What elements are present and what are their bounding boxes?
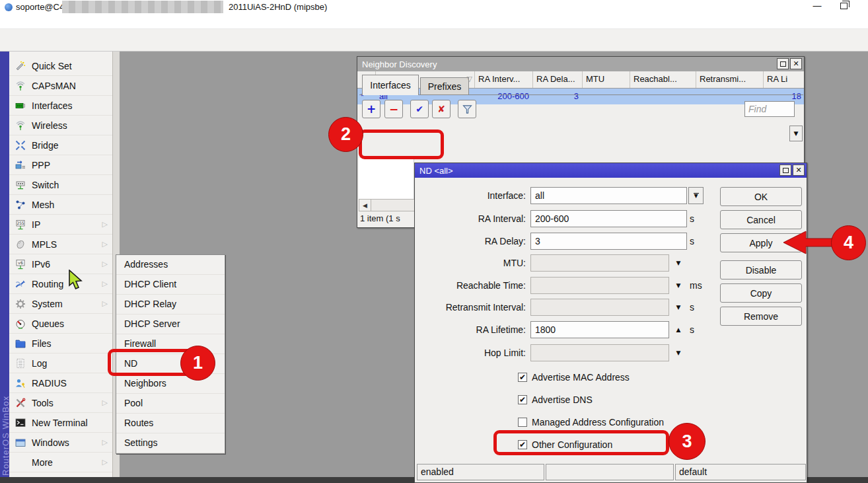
column-header-ra-delay[interactable]: RA Dela... bbox=[533, 71, 583, 88]
sidebar-item-ppp[interactable]: PPP bbox=[9, 155, 112, 175]
column-header-ra-lifetime[interactable]: RA Li bbox=[764, 71, 788, 88]
sidebar-item-routing[interactable]: Routing ▷ bbox=[9, 274, 112, 294]
submenu-arrow-icon: ▷ bbox=[102, 438, 108, 447]
sidebar-menu: Quick Set CAPsMAN Interfaces Wireless Br… bbox=[9, 52, 112, 477]
sidebar-item-radius[interactable]: RADIUS bbox=[9, 373, 112, 393]
ipv6-icon: v6 bbox=[15, 259, 26, 270]
sidebar-item-tools[interactable]: Tools ▷ bbox=[9, 393, 112, 413]
cancel-button[interactable]: Cancel bbox=[720, 210, 802, 229]
annotation-box-other-config bbox=[493, 430, 669, 455]
remove-button[interactable]: − bbox=[384, 100, 403, 118]
submenu-item-dhcp-client[interactable]: DHCP Client bbox=[116, 275, 225, 295]
sidebar-item-label: Log bbox=[32, 358, 47, 369]
sidebar-item-quick-set[interactable]: Quick Set bbox=[9, 56, 112, 76]
interface-dropdown-button[interactable]: ▼ bbox=[688, 187, 704, 204]
neighbor-discovery-titlebar[interactable]: Neighbor Discovery ✕ bbox=[357, 57, 804, 71]
submenu-item-dhcp-relay[interactable]: DHCP Relay bbox=[116, 295, 225, 315]
tab-interfaces[interactable]: Interfaces bbox=[362, 75, 419, 95]
dialog-titlebar[interactable]: ND <all> ✕ bbox=[415, 163, 807, 178]
disable-button[interactable]: ✘ bbox=[432, 100, 451, 118]
mtu-dropdown-icon[interactable]: ▼ bbox=[673, 254, 684, 272]
close-icon[interactable]: ✕ bbox=[793, 165, 805, 176]
submenu-item-addresses[interactable]: Addresses bbox=[116, 255, 225, 275]
disable-button[interactable]: Disable bbox=[720, 260, 802, 279]
sidebar-item-bridge[interactable]: Bridge bbox=[9, 135, 112, 155]
sidebar-item-windows[interactable]: Windows ▷ bbox=[9, 433, 112, 453]
scroll-left-icon[interactable]: ◀ bbox=[359, 200, 371, 211]
close-icon[interactable]: ✕ bbox=[790, 58, 802, 69]
maximize-icon[interactable] bbox=[779, 165, 791, 176]
queues-icon bbox=[15, 318, 26, 329]
ok-button[interactable]: OK bbox=[720, 187, 802, 206]
sidebar-item-queues[interactable]: Queues bbox=[9, 314, 112, 334]
retransmit-interval-dropdown-icon[interactable]: ▼ bbox=[673, 299, 684, 316]
reachable-time-dropdown-icon[interactable]: ▼ bbox=[673, 277, 684, 294]
advertise-dns-checkbox-row[interactable]: ✔ Advertise DNS bbox=[518, 393, 593, 406]
window-title: Neighbor Discovery bbox=[362, 59, 437, 69]
sidebar-item-mpls[interactable]: MPLS ▷ bbox=[9, 235, 112, 254]
interface-field[interactable]: all bbox=[530, 187, 687, 204]
maximize-icon[interactable] bbox=[777, 58, 789, 69]
add-button[interactable]: + bbox=[362, 100, 380, 118]
sidebar-item-label: Bridge bbox=[32, 140, 58, 151]
column-menu-button[interactable]: ▼ bbox=[789, 126, 803, 141]
submenu-item-routes[interactable]: Routes bbox=[116, 414, 225, 433]
horizontal-scrollbar[interactable]: ◀ bbox=[359, 199, 416, 211]
managed-address-checkbox-row[interactable]: Managed Address Configuration bbox=[518, 416, 664, 429]
column-header-reachable[interactable]: Reachabl... bbox=[630, 71, 696, 88]
copy-button[interactable]: Copy bbox=[720, 283, 802, 303]
hop-limit-dropdown-icon[interactable]: ▼ bbox=[673, 344, 684, 361]
row-mtu bbox=[583, 89, 630, 104]
sidebar-item-label: Tools bbox=[32, 398, 54, 408]
ra-delay-field[interactable]: 3 bbox=[530, 233, 687, 250]
ra-lifetime-field[interactable]: 1800 bbox=[530, 321, 669, 338]
sidebar-item-mesh[interactable]: Mesh bbox=[9, 195, 112, 215]
hop-limit-field[interactable] bbox=[530, 344, 669, 361]
row-ra-delay: 3 bbox=[533, 89, 583, 104]
annotation-circle-2: 2 bbox=[328, 117, 363, 152]
column-header-retransmit[interactable]: Retransmi... bbox=[696, 71, 764, 88]
sidebar-item-system[interactable]: System ▷ bbox=[9, 294, 112, 314]
checkbox-label: Managed Address Configuration bbox=[532, 417, 664, 427]
remove-button[interactable]: Remove bbox=[720, 307, 802, 326]
retransmit-interval-field[interactable] bbox=[530, 299, 669, 316]
submenu-item-settings[interactable]: Settings bbox=[116, 433, 225, 453]
log-icon bbox=[15, 358, 26, 369]
sidebar-item-new-terminal[interactable]: New Terminal bbox=[9, 413, 112, 433]
mtu-field[interactable] bbox=[530, 254, 669, 272]
winbox-app: soporte@C4:A 2011UiAS-2HnD (mipsbe) — es… bbox=[0, 0, 868, 483]
minimize-button[interactable]: — bbox=[807, 1, 827, 14]
tabs-divider bbox=[359, 94, 803, 95]
submenu-item-pool[interactable]: Pool bbox=[116, 394, 225, 414]
column-header-mtu[interactable]: MTU bbox=[583, 71, 630, 88]
sidebar-item-capsman[interactable]: CAPsMAN bbox=[9, 76, 112, 96]
submenu-arrow-icon: ▷ bbox=[102, 260, 108, 268]
row-ra-interval: 200-600 bbox=[475, 89, 533, 104]
quick-set-icon bbox=[15, 61, 26, 71]
reachable-time-field[interactable] bbox=[530, 277, 669, 294]
sidebar-item-ip[interactable]: 255 IP ▷ bbox=[9, 215, 112, 235]
filter-button[interactable] bbox=[458, 100, 476, 118]
find-input[interactable] bbox=[744, 101, 795, 117]
checkbox[interactable]: ✔ bbox=[518, 395, 527, 404]
column-header-ra-interval[interactable]: RA Interv... bbox=[475, 71, 533, 88]
sidebar-item-interfaces[interactable]: Interfaces bbox=[9, 96, 112, 116]
interfaces-icon bbox=[15, 100, 26, 111]
sidebar-item-wireless[interactable]: Wireless bbox=[9, 116, 112, 135]
advertise-mac-checkbox-row[interactable]: ✔ Advertise MAC Address bbox=[518, 371, 630, 384]
ra-lifetime-up-icon[interactable]: ▲ bbox=[673, 321, 684, 338]
submenu-item-dhcp-server[interactable]: DHCP Server bbox=[116, 315, 225, 334]
sidebar-item-files[interactable]: Files bbox=[9, 334, 112, 353]
checkbox[interactable]: ✔ bbox=[518, 373, 527, 382]
sort-icon[interactable]: ▽ bbox=[467, 75, 472, 83]
sidebar-item-log[interactable]: Log bbox=[9, 353, 112, 373]
wireless-icon bbox=[15, 120, 26, 131]
ra-interval-field[interactable]: 200-600 bbox=[530, 210, 687, 227]
checkbox[interactable] bbox=[518, 418, 527, 427]
sidebar-item-switch[interactable]: Switch bbox=[9, 175, 112, 195]
enable-button[interactable]: ✔ bbox=[410, 100, 429, 118]
restore-button[interactable] bbox=[840, 3, 848, 9]
default-status: default bbox=[675, 464, 806, 480]
sidebar-item-more[interactable]: More ▷ bbox=[9, 453, 112, 472]
sidebar-item-ipv6[interactable]: v6 IPv6 ▷ bbox=[9, 254, 112, 274]
